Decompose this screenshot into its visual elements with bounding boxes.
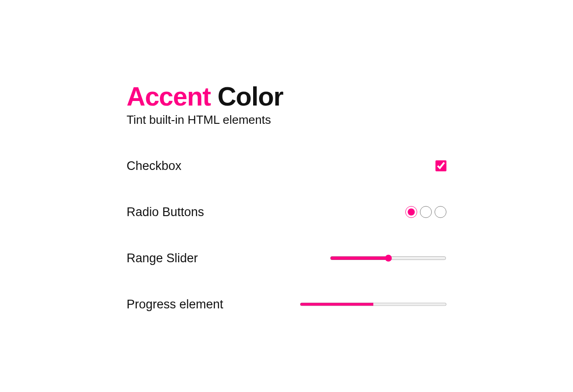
radio-controls (405, 206, 446, 218)
range-row: Range Slider (127, 251, 446, 265)
checkbox-row: Checkbox (127, 159, 446, 173)
page-title: Accent Color (127, 82, 446, 111)
radio-option-2[interactable] (420, 206, 432, 218)
checkbox-input[interactable] (435, 160, 446, 171)
page-subtitle: Tint built-in HTML elements (127, 113, 446, 127)
title-accent-word: Accent (127, 82, 211, 111)
radio-row: Radio Buttons (127, 205, 446, 219)
progress-controls (300, 301, 446, 307)
progress-element (300, 301, 446, 307)
progress-row: Progress element (127, 297, 446, 312)
radio-option-1[interactable] (405, 206, 417, 218)
title-rest: Color (211, 82, 283, 111)
radio-label: Radio Buttons (127, 205, 204, 219)
main-container: Accent Color Tint built-in HTML elements… (127, 82, 446, 312)
range-input[interactable] (330, 254, 446, 263)
range-controls (330, 254, 446, 263)
range-label: Range Slider (127, 251, 198, 265)
checkbox-label: Checkbox (127, 159, 181, 173)
checkbox-controls (435, 160, 446, 171)
radio-option-3[interactable] (435, 206, 446, 218)
progress-label: Progress element (127, 297, 223, 312)
